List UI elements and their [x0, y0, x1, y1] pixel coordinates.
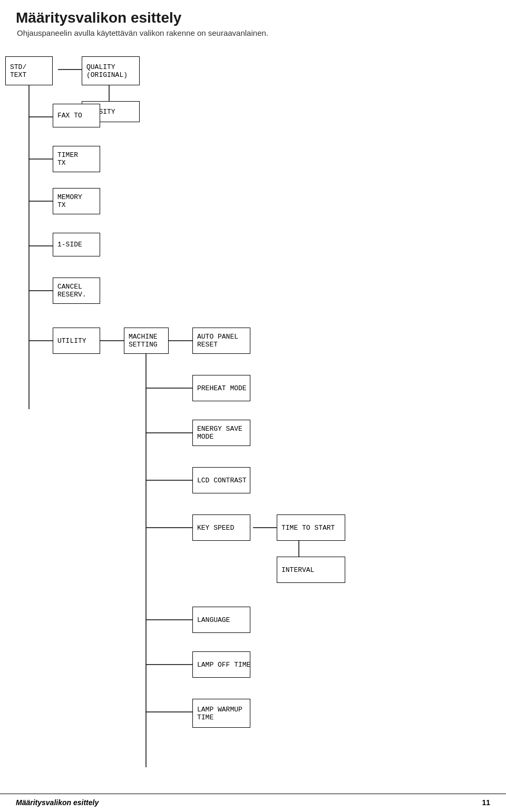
lcd-contrast-box: LCD CONTRAST	[192, 467, 250, 493]
footer-text: Määritysvalikon esittely	[16, 798, 99, 807]
lamp-warmup-time-box: LAMP WARMUP TIME	[192, 699, 250, 728]
time-to-start-box: TIME TO START	[277, 514, 345, 541]
footer-page: 11	[482, 798, 490, 807]
page-subtitle: Ohjauspaneelin avulla käytettävän valiko…	[17, 28, 490, 37]
fax-to-box: FAX TO	[53, 104, 100, 127]
page-footer: Määritysvalikon esittely 11	[0, 794, 506, 807]
key-speed-box: KEY SPEED	[192, 514, 250, 541]
quality-box: QUALITY (ORIGINAL)	[82, 56, 140, 85]
auto-panel-reset-box: AUTO PANEL RESET	[192, 328, 250, 354]
interval-box: INTERVAL	[277, 557, 345, 583]
timer-tx-box: TIMER TX	[53, 146, 100, 172]
cancel-reserv-box: CANCEL RESERV.	[53, 278, 100, 304]
diagram-area: STD/ TEXT QUALITY (ORIGINAL) DENSITY FAX…	[0, 41, 506, 799]
one-side-box: 1-SIDE	[53, 233, 100, 256]
language-box: LANGUAGE	[192, 607, 250, 633]
std-text-box: STD/ TEXT	[5, 56, 53, 85]
page-title: Määritysvalikon esittely	[16, 9, 490, 26]
energy-save-mode-box: ENERGY SAVE MODE	[192, 420, 250, 446]
memory-tx-box: MEMORY TX	[53, 188, 100, 214]
page-header: Määritysvalikon esittely Ohjauspaneelin …	[0, 0, 506, 41]
lamp-off-time-box: LAMP OFF TIME	[192, 651, 250, 678]
utility-box: UTILITY	[53, 328, 100, 354]
machine-setting-box: MACHINE SETTING	[124, 328, 169, 354]
preheat-mode-box: PREHEAT MODE	[192, 375, 250, 401]
